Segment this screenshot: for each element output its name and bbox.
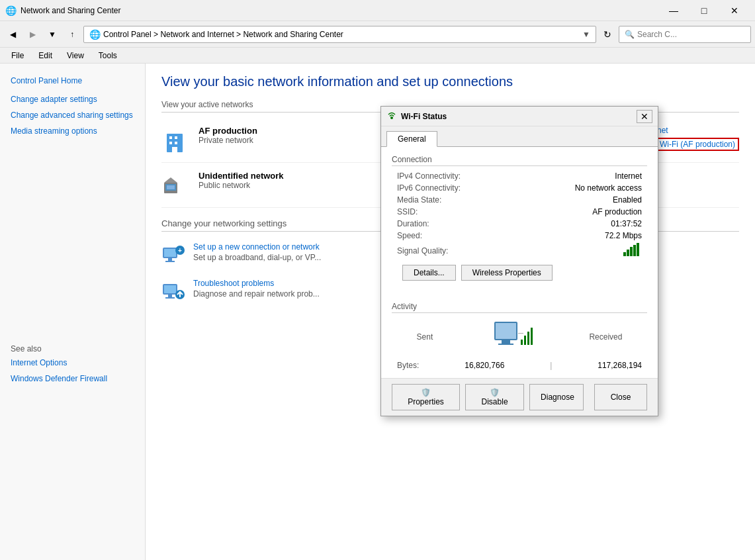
svg-rect-20 xyxy=(165,297,175,299)
svg-text:—: — xyxy=(518,330,523,336)
close-dialog-button[interactable]: Close xyxy=(594,384,647,410)
svg-rect-12 xyxy=(164,249,176,257)
search-input[interactable] xyxy=(637,30,745,39)
svg-rect-33 xyxy=(521,340,523,345)
sent-label: Sent xyxy=(417,332,433,342)
svg-rect-27 xyxy=(633,245,636,256)
dialog-footer: 🛡️ Properties 🛡️ Disable Diagnose Close xyxy=(381,378,658,416)
svg-rect-24 xyxy=(623,252,626,256)
svg-rect-1 xyxy=(169,136,172,139)
svg-rect-13 xyxy=(168,258,172,261)
info-row-duration: Duration: 01:37:52 xyxy=(392,218,647,230)
sent-bytes: 16,820,766 xyxy=(465,361,504,370)
ipv4-label: IPv4 Connectivity: xyxy=(397,171,461,181)
ssid-label: SSID: xyxy=(397,207,418,216)
bytes-separator: | xyxy=(550,361,552,370)
duration-label: Duration: xyxy=(397,219,429,228)
tab-general[interactable]: General xyxy=(386,131,437,147)
search-icon: 🔍 xyxy=(625,30,635,39)
dialog-title-bar: Wi-Fi Status ✕ xyxy=(381,107,658,126)
page-title: View your basic network information and … xyxy=(161,74,739,89)
network-icon-unidentified xyxy=(161,173,188,199)
svg-rect-31 xyxy=(502,340,510,344)
activity-icon-area: — xyxy=(488,318,534,358)
ipv6-label: IPv6 Connectivity: xyxy=(397,183,461,193)
dialog-title-icon xyxy=(386,111,397,122)
sidebar: Control Panel Home Change adapter settin… xyxy=(0,64,146,560)
setup-connection-desc: Set up a broadband, dial-up, or VP... xyxy=(193,253,321,262)
activity-title: Activity xyxy=(392,302,647,313)
address-dropdown-arrow[interactable]: ▼ xyxy=(582,30,590,39)
recent-locations-button[interactable]: ▼ xyxy=(44,26,61,43)
wifi-link-text: Wi-Fi (AF production) xyxy=(660,140,735,149)
close-button[interactable]: ✕ xyxy=(719,0,750,21)
svg-rect-30 xyxy=(496,323,516,339)
svg-rect-3 xyxy=(169,142,172,144)
app-icon: 🌐 xyxy=(5,5,17,16)
address-path: Control Panel > Network and Internet > N… xyxy=(103,30,580,39)
forward-button[interactable]: ▶ xyxy=(24,26,41,43)
svg-rect-2 xyxy=(175,136,177,139)
svg-rect-14 xyxy=(165,261,175,262)
wireless-properties-button[interactable]: Wireless Properties xyxy=(461,265,553,281)
properties-button[interactable]: 🛡️ Properties xyxy=(392,384,460,410)
back-button[interactable]: ◀ xyxy=(4,26,21,43)
received-col: Received xyxy=(589,332,622,344)
info-row-signal: Signal Quality: xyxy=(392,242,647,259)
speed-label: Speed: xyxy=(397,231,422,240)
svg-rect-26 xyxy=(630,247,633,256)
received-label: Received xyxy=(589,332,622,342)
svg-rect-25 xyxy=(627,250,629,256)
details-button[interactable]: Details... xyxy=(402,265,456,281)
disable-button[interactable]: 🛡️ Disable xyxy=(465,384,524,410)
sidebar-item-internet-options[interactable]: Internet Options xyxy=(0,356,145,369)
info-row-speed: Speed: 72.2 Mbps xyxy=(392,230,647,242)
speed-value: 72.2 Mbps xyxy=(605,231,642,240)
svg-rect-4 xyxy=(175,142,177,144)
media-state-label: Media State: xyxy=(397,195,441,205)
menu-file[interactable]: File xyxy=(5,49,30,62)
sidebar-item-media-streaming[interactable]: Media streaming options xyxy=(0,124,145,138)
up-button[interactable]: ↑ xyxy=(64,26,81,43)
svg-rect-35 xyxy=(527,332,529,345)
sidebar-item-change-adapter[interactable]: Change adapter settings xyxy=(0,93,145,106)
info-row-media-state: Media State: Enabled xyxy=(392,194,647,206)
sidebar-item-change-advanced[interactable]: Change advanced sharing settings xyxy=(0,109,145,122)
duration-value: 01:37:52 xyxy=(611,219,642,228)
setup-connection-link[interactable]: Set up a new connection or network xyxy=(193,242,320,252)
diagnose-button[interactable]: Diagnose xyxy=(529,384,584,410)
refresh-button[interactable]: ↻ xyxy=(599,26,616,43)
menu-tools[interactable]: Tools xyxy=(93,49,123,62)
sidebar-see-also: See also xyxy=(0,336,145,356)
troubleshoot-text: Troubleshoot problems Diagnose and repai… xyxy=(193,279,320,299)
received-bytes: 117,268,194 xyxy=(598,361,642,370)
address-field[interactable]: 🌐 Control Panel > Network and Internet >… xyxy=(83,26,596,43)
network-icon-af xyxy=(161,128,188,154)
maximize-button[interactable]: □ xyxy=(689,0,719,21)
minimize-button[interactable]: — xyxy=(658,0,689,21)
bytes-label: Bytes: xyxy=(397,361,419,370)
info-row-ssid: SSID: AF production xyxy=(392,206,647,218)
ipv4-value: Internet xyxy=(615,171,642,181)
sidebar-item-control-panel-home[interactable]: Control Panel Home xyxy=(0,74,145,87)
ipv6-value: No network access xyxy=(575,183,642,193)
svg-rect-36 xyxy=(531,328,533,345)
menu-edit[interactable]: Edit xyxy=(32,49,58,62)
ssid-value: AF production xyxy=(592,207,642,216)
disable-icon: 🛡️ xyxy=(490,388,500,397)
title-bar: 🌐 Network and Sharing Center — □ ✕ xyxy=(0,0,755,21)
connection-section-title: Connection xyxy=(392,155,647,166)
search-box[interactable]: 🔍 xyxy=(619,26,751,43)
menu-bar: File Edit View Tools xyxy=(0,48,755,64)
wifi-status-dialog: Wi-Fi Status ✕ General Connection IPv4 C… xyxy=(380,106,658,416)
dialog-content: Connection IPv4 Connectivity: Internet I… xyxy=(381,147,658,297)
svg-rect-9 xyxy=(167,185,175,189)
menu-view[interactable]: View xyxy=(61,49,90,62)
signal-label: Signal Quality: xyxy=(397,246,448,256)
window-title: Network and Sharing Center xyxy=(21,6,658,15)
shield-icon: 🛡️ xyxy=(421,388,431,397)
sidebar-item-windows-firewall[interactable]: Windows Defender Firewall xyxy=(0,372,145,385)
dialog-close-button[interactable]: ✕ xyxy=(637,110,652,123)
troubleshoot-link[interactable]: Troubleshoot problems xyxy=(193,279,274,288)
activity-row: Sent xyxy=(392,318,647,358)
